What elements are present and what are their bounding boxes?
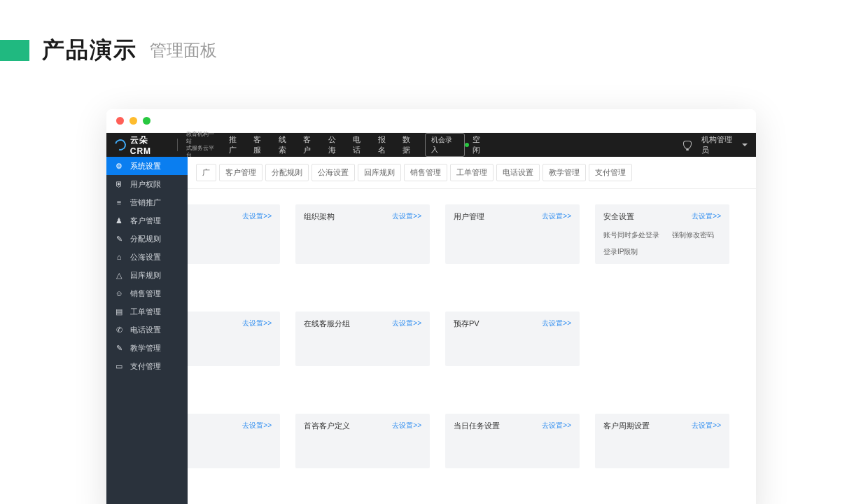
sidebar-item[interactable]: ≡营销推广 [106, 193, 188, 211]
topnav-item[interactable]: 公海 [328, 134, 343, 155]
brand-logo-icon [113, 137, 128, 153]
status-text: 空闲 [472, 134, 488, 155]
accent-bar [0, 40, 29, 61]
slide-subtitle: 管理面板 [150, 39, 217, 62]
app-window: 云朵CRM 教育机构一站 式服务云平台 推广客服线索客户公海电话报名数据 机会录… [106, 109, 756, 504]
status-indicator[interactable]: 空闲 [465, 134, 487, 155]
sidebar-item[interactable]: △回库规则 [106, 266, 188, 284]
topbar-right: 机构管理员 [683, 134, 748, 155]
settings-card: 当日任务设置去设置>> [445, 414, 580, 468]
record-opportunity-button[interactable]: 机会录入 [425, 133, 465, 157]
tab[interactable]: 公海设置 [312, 164, 355, 181]
card-go-settings-link[interactable]: 去设置>> [542, 211, 571, 221]
sidebar-item[interactable]: ⛨用户权限 [106, 175, 188, 193]
topnav-item[interactable]: 客服 [253, 134, 268, 155]
close-icon[interactable] [116, 117, 124, 125]
sidebar-item[interactable]: ⚙系统设置 [106, 157, 188, 175]
topnav-item[interactable]: 数据 [402, 134, 417, 155]
sidebar-item[interactable]: ✆电话设置 [106, 321, 188, 339]
user-role: 机构管理员 [701, 134, 739, 155]
brand: 云朵CRM 教育机构一站 式服务云平台 [115, 131, 219, 159]
sidebar-item-icon: ✎ [115, 344, 123, 352]
topnav: 推广客服线索客户公海电话报名数据 [229, 134, 418, 155]
settings-card: 预存PV去设置>> [445, 312, 580, 366]
slide-title: 产品演示 [42, 35, 137, 66]
sidebar-item-label: 销售管理 [130, 288, 161, 299]
card-go-settings-link[interactable]: 去设置>> [692, 211, 721, 221]
chevron-down-icon [742, 144, 748, 146]
slide-header: 产品演示 管理面板 [0, 0, 847, 66]
app-body: ⚙系统设置⛨用户权限≡营销推广♟客户管理✎分配规则⌂公海设置△回库规则☺销售管理… [106, 157, 756, 504]
tab[interactable]: 销售管理 [404, 164, 447, 181]
minimize-icon[interactable] [130, 117, 137, 125]
cards-row: 去设置>>在线客服分组去设置>>预存PV去设置>> [146, 312, 749, 366]
topnav-item[interactable]: 报名 [378, 134, 393, 155]
sidebar-item[interactable]: ☺销售管理 [106, 284, 188, 302]
sidebar-item-label: 客户管理 [130, 216, 161, 226]
user-dropdown[interactable]: 机构管理员 [701, 134, 748, 155]
content-area: 广客户管理分配规则公海设置回库规则销售管理工单管理电话设置教学管理支付管理 去设… [188, 157, 756, 504]
settings-card: 客户周期设置去设置>> [595, 414, 729, 468]
topnav-item[interactable]: 推广 [229, 134, 244, 155]
sidebar-item[interactable]: ▤工单管理 [106, 302, 188, 321]
sidebar: ⚙系统设置⛨用户权限≡营销推广♟客户管理✎分配规则⌂公海设置△回库规则☺销售管理… [106, 157, 188, 504]
sidebar-item-label: 教学管理 [130, 343, 161, 354]
brand-tagline: 教育机构一站 式服务云平台 [186, 131, 219, 159]
topnav-item[interactable]: 客户 [303, 134, 318, 155]
sidebar-item-label: 营销推广 [130, 197, 161, 208]
sidebar-item-icon: △ [115, 271, 123, 279]
sidebar-item[interactable]: ✎分配规则 [106, 230, 188, 248]
settings-card: 组织架构去设置>> [295, 204, 430, 264]
sidebar-item-label: 公海设置 [130, 252, 161, 262]
card-title: 用户管理 [454, 211, 484, 222]
tab-bar: 广客户管理分配规则公海设置回库规则销售管理工单管理电话设置教学管理支付管理 [188, 157, 756, 189]
tab[interactable]: 电话设置 [496, 164, 540, 181]
topbar: 云朵CRM 教育机构一站 式服务云平台 推广客服线索客户公海电话报名数据 机会录… [106, 133, 756, 157]
card-title: 组织架构 [304, 211, 335, 222]
sidebar-item-label: 电话设置 [130, 325, 161, 335]
topnav-item[interactable]: 线索 [279, 134, 293, 155]
tab[interactable]: 分配规则 [265, 164, 309, 181]
card-go-settings-link[interactable]: 去设置>> [392, 318, 421, 328]
card-title: 当日任务设置 [454, 421, 500, 431]
sidebar-item-icon: ▭ [115, 362, 123, 370]
sidebar-item-label: 分配规则 [130, 234, 161, 244]
card-body-item: 强制修改密码 [672, 230, 714, 240]
card-body: 账号同时多处登录强制修改密码登录IP限制 [603, 230, 721, 257]
sidebar-item[interactable]: ⌂公海设置 [106, 248, 188, 266]
card-go-settings-link[interactable]: 去设置>> [392, 421, 421, 430]
tab[interactable]: 回库规则 [358, 164, 401, 181]
sidebar-item[interactable]: ♟客户管理 [106, 211, 188, 230]
sidebar-item[interactable]: ▭支付管理 [106, 357, 188, 375]
card-go-settings-link[interactable]: 去设置>> [542, 421, 571, 430]
sidebar-item-icon: ▤ [115, 307, 123, 316]
cards-row: 去设置>>组织架构去设置>>用户管理去设置>>安全设置去设置>>账号同时多处登录… [146, 204, 749, 264]
tab[interactable]: 教学管理 [542, 164, 586, 181]
sidebar-item-icon: ⌂ [115, 253, 123, 261]
card-go-settings-link[interactable]: 去设置>> [692, 421, 721, 430]
settings-card: 用户管理去设置>> [445, 204, 580, 264]
sidebar-item-label: 系统设置 [130, 161, 161, 172]
card-go-settings-link[interactable]: 去设置>> [392, 211, 421, 221]
divider-icon [177, 139, 178, 151]
sidebar-item-icon: ⛨ [115, 180, 123, 188]
topnav-item[interactable]: 电话 [353, 134, 368, 155]
card-title: 在线客服分组 [304, 318, 350, 329]
sidebar-item[interactable]: ✎教学管理 [106, 339, 188, 357]
sidebar-item-icon: ☺ [115, 289, 123, 298]
tab[interactable]: 工单管理 [450, 164, 493, 181]
card-go-settings-link[interactable]: 去设置>> [242, 211, 272, 221]
bell-icon[interactable] [683, 141, 692, 149]
brand-name: 云朵CRM [130, 134, 169, 156]
tab[interactable]: 客户管理 [219, 164, 262, 181]
card-go-settings-link[interactable]: 去设置>> [242, 421, 272, 430]
tab[interactable]: 支付管理 [589, 164, 632, 181]
sidebar-item-label: 用户权限 [130, 179, 161, 190]
card-go-settings-link[interactable]: 去设置>> [542, 318, 571, 328]
sidebar-item-icon: ✎ [115, 234, 123, 243]
sidebar-item-label: 工单管理 [130, 307, 161, 317]
card-title: 首咨客户定义 [304, 421, 350, 431]
tab[interactable]: 广 [196, 164, 216, 181]
card-go-settings-link[interactable]: 去设置>> [242, 318, 272, 328]
maximize-icon[interactable] [143, 117, 150, 125]
